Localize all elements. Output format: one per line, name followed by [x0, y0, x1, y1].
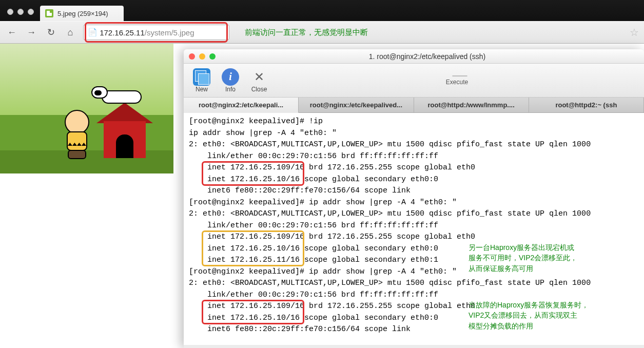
annotation-1-line-3: 从而保证服务高可用	[469, 263, 577, 274]
close-icon: ✕	[250, 68, 268, 86]
term-line-8: 2: eth0: <BROADCAST,MULTICAST,UP,LOWER_U…	[189, 208, 639, 220]
info-label: Info	[225, 86, 236, 93]
tab-strip: 5.jpeg (259×194)	[0, 0, 644, 21]
reload-button[interactable]: ↻	[44, 26, 57, 39]
url-annotation: 前端访问一直正常，无感觉明显中断	[245, 28, 368, 37]
annotation-2: 当故障的Haproxy服务器恢复服务时， VIP2又会漂移回去，从而实现双主 模…	[469, 300, 589, 331]
info-icon: i	[222, 68, 239, 86]
home-button[interactable]: ⌂	[64, 26, 77, 39]
term-line-7: [root@nginx2 keepalived]# ip addr show |…	[189, 197, 639, 209]
term-line-4: inet 172.16.25.109/16 brd 172.16.255.255…	[189, 162, 639, 174]
term-line-10: inet 172.16.25.109/16 brd 172.16.255.255…	[189, 231, 639, 243]
close-button[interactable]: ✕ Close	[250, 68, 268, 93]
term-line-15: link/ether 00:0c:29:70:c1:56 brd ff:ff:f…	[189, 289, 639, 301]
info-button[interactable]: i Info	[222, 68, 239, 93]
term-min-icon[interactable]	[199, 53, 205, 60]
nav-bar: ← → ↻ ⌂ 📄 172.16.25.11 /system/5.jpeg 前端…	[0, 21, 644, 44]
new-label: New	[196, 86, 208, 93]
browser-tab[interactable]: 5.jpeg (259×194)	[40, 6, 124, 21]
term-line-6: inet6 fe80::20c:29ff:fe70:c156/64 scope …	[189, 185, 639, 197]
term-line-14: 2: eth0: <BROADCAST,MULTICAST,UP,LOWER_U…	[189, 278, 639, 289]
term-line-0: [root@nginx2 keepalived]# !ip	[189, 116, 639, 128]
tab-title: 5.jpeg (259×194)	[57, 10, 108, 17]
annotation-2-line-2: VIP2又会漂移回去，从而实现双主	[469, 310, 589, 320]
term-max-icon[interactable]	[209, 53, 216, 60]
window-min-icon[interactable]	[17, 9, 24, 15]
terminal-window: 1. root@nginx2:/etc/keepalived (ssh) New…	[184, 49, 644, 348]
loaded-image	[0, 44, 173, 173]
url-path: /system/5.jpeg	[145, 28, 194, 37]
bookmark-icon[interactable]: ☆	[630, 26, 639, 38]
annotation-1-line-1: 另一台Haproxy服务器出现宕机或	[469, 242, 577, 253]
term-tab-3[interactable]: root@httpd2:~ (ssh	[529, 98, 644, 112]
execute-input[interactable]	[452, 75, 467, 76]
annotation-2-line-3: 模型分摊负载的作用	[469, 321, 589, 331]
execute-label: Execute	[446, 79, 468, 86]
forward-button[interactable]: →	[25, 26, 38, 39]
new-icon	[193, 68, 210, 86]
window-close-icon[interactable]	[7, 9, 13, 15]
back-button[interactable]: ←	[5, 26, 18, 39]
window-max-icon[interactable]	[28, 9, 34, 15]
term-line-2: 2: eth0: <BROADCAST,MULTICAST,UP,LOWER_U…	[189, 139, 639, 151]
term-line-9: link/ether 00:0c:29:70:c1:56 brd ff:ff:f…	[189, 220, 639, 232]
term-tab-2[interactable]: root@httpd:/www/lnmmp....	[414, 98, 529, 112]
annotation-2-line-1: 当故障的Haproxy服务器恢复服务时，	[469, 300, 589, 310]
window-controls	[7, 9, 34, 15]
terminal-titlebar: 1. root@nginx2:/etc/keepalived (ssh)	[184, 49, 644, 64]
browser-window: 5.jpeg (259×194) ← → ↻ ⌂ 📄 172.16.25.11 …	[0, 0, 644, 44]
favicon-icon	[45, 9, 53, 17]
term-tab-0[interactable]: root@nginx2:/etc/keepali...	[184, 98, 299, 113]
terminal-tabs: root@nginx2:/etc/keepali... root@nginx:/…	[184, 98, 644, 113]
term-line-1: ip addr show |grep -A 4 "eth0: "	[189, 128, 639, 140]
new-button[interactable]: New	[193, 68, 210, 93]
url-input[interactable]: 📄 172.16.25.11 /system/5.jpeg	[83, 25, 229, 40]
term-close-icon[interactable]	[189, 53, 195, 60]
term-line-3: link/ether 00:0c:29:70:c1:56 brd ff:ff:f…	[189, 151, 639, 163]
close-label: Close	[251, 86, 267, 93]
terminal-toolbar: New i Info ✕ Close Execute	[184, 64, 644, 98]
image-viewport	[0, 44, 184, 173]
terminal-body[interactable]: [root@nginx2 keepalived]# !ip ip addr sh…	[184, 113, 644, 345]
terminal-title: 1. root@nginx2:/etc/keepalived (ssh)	[216, 52, 639, 61]
annotation-1: 另一台Haproxy服务器出现宕机或 服务不可用时，VIP2会漂移至此， 从而保…	[469, 242, 577, 274]
term-line-5: inet 172.16.25.10/16 scope global second…	[189, 174, 639, 186]
annotation-1-line-2: 服务不可用时，VIP2会漂移至此，	[469, 253, 577, 263]
url-host: 172.16.25.11	[100, 28, 145, 37]
term-tab-1[interactable]: root@nginx:/etc/keepalived...	[299, 98, 414, 112]
